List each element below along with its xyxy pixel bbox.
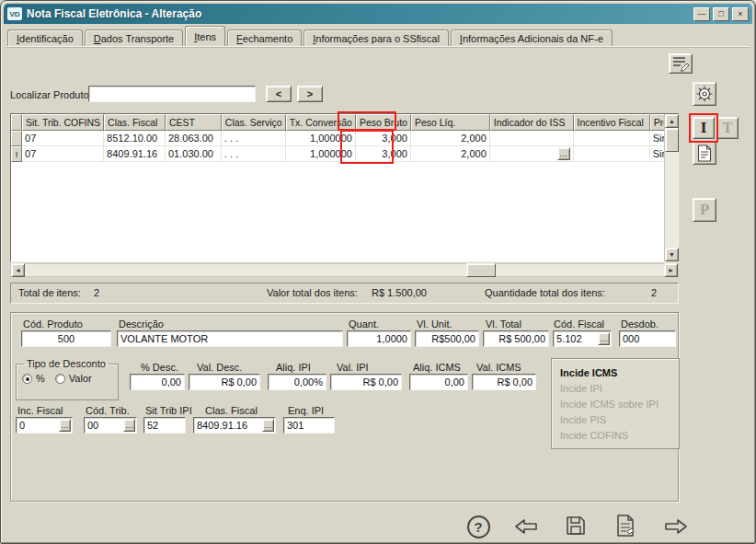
p-button: P xyxy=(693,198,716,222)
grid-column-header[interactable]: Clas. Serviço xyxy=(222,114,286,131)
aliq-ipi-label: Aliq. IPI xyxy=(276,362,311,373)
vertical-scrollbar[interactable]: ▲ ▼ xyxy=(664,114,678,261)
desdob-input[interactable] xyxy=(619,330,676,347)
incide-box: Incide ICMSIncide IPIIncide ICMS sobre I… xyxy=(551,358,680,449)
total-value-label: Valor total dos itens: xyxy=(267,287,358,298)
desdob-label: Desdob. xyxy=(621,318,659,330)
grid-column-header[interactable]: Incentivo Fiscal xyxy=(574,114,650,131)
scroll-down-icon[interactable]: ▼ xyxy=(665,248,679,261)
close-button[interactable]: × xyxy=(732,7,749,21)
horizontal-scrollbar[interactable]: ◄ ► xyxy=(10,263,679,277)
tab-informa-es-para-o-ssfiscal[interactable]: Informações para o SSfiscal xyxy=(304,29,449,47)
grid-column-header[interactable]: CEST xyxy=(166,114,222,131)
vertical-scroll-thumb[interactable] xyxy=(665,128,679,152)
grid-column-header[interactable]: Indicador do ISS xyxy=(490,114,574,131)
val-ipi-label: Val. IPI xyxy=(337,362,369,373)
vl-total-input[interactable] xyxy=(483,330,549,347)
grid-column-header[interactable]: Peso Líq. xyxy=(411,114,490,131)
maximize-button[interactable]: □ xyxy=(713,7,729,21)
incide-item: Incide ICMS xyxy=(560,365,670,381)
incide-item: Incide IPI xyxy=(560,381,670,397)
aliq-ipi-input[interactable] xyxy=(268,374,326,390)
radio-valor[interactable]: Valor xyxy=(55,373,92,384)
incide-item: Incide PIS xyxy=(560,412,670,428)
search-input[interactable] xyxy=(88,86,256,102)
document-preview-button[interactable] xyxy=(693,141,716,165)
quant-input[interactable] xyxy=(347,330,411,347)
save-button[interactable] xyxy=(563,513,589,538)
grid-cell[interactable]: . . . xyxy=(222,146,286,162)
vl-unit-input[interactable] xyxy=(415,330,479,347)
prev-item-button[interactable]: < xyxy=(266,86,292,102)
tab-identifica-o[interactable]: Identificação xyxy=(7,29,83,47)
highlight-peso-bruto-values xyxy=(340,130,394,164)
title-bar[interactable]: VD Nota Fiscal Eletrônica - Alteração — … xyxy=(4,4,752,24)
minimize-button[interactable]: — xyxy=(693,7,710,21)
document-icon xyxy=(697,145,712,162)
val-icms-label: Val. ICMS xyxy=(476,362,521,373)
grid-cell[interactable] xyxy=(574,146,650,162)
grid-cell[interactable]: . . . xyxy=(222,131,286,146)
tab-dados-transporte[interactable]: Dados Transporte xyxy=(85,29,183,47)
next-button[interactable] xyxy=(662,515,690,538)
horizontal-scroll-thumb[interactable] xyxy=(466,263,496,277)
grid-cell[interactable]: 8409.91.16 xyxy=(104,146,166,162)
enq-ipi-label: Enq. IPI xyxy=(288,405,324,416)
cod-produto-input[interactable] xyxy=(21,330,111,347)
val-ipi-input[interactable] xyxy=(330,374,402,390)
aliq-icms-input[interactable] xyxy=(409,374,468,390)
cod-fiscal-combo[interactable]: … xyxy=(553,330,612,347)
scroll-right-icon[interactable]: ► xyxy=(664,263,678,277)
help-button[interactable]: ? xyxy=(465,514,491,539)
grid-cell[interactable]: 01.030.00 xyxy=(166,146,222,162)
save-icon xyxy=(564,514,588,538)
grid-cell[interactable]: 07 xyxy=(22,131,104,146)
memo-icon xyxy=(671,55,690,72)
cell-ellipsis-button[interactable]: … xyxy=(557,147,570,160)
radio-valor-dot[interactable] xyxy=(55,374,65,384)
arrow-left-icon xyxy=(513,515,539,538)
cod-trib-lookup-button[interactable]: … xyxy=(123,419,135,432)
grid-cell[interactable]: … xyxy=(490,146,574,162)
grid-column-header[interactable]: Sit. Trib. COFINS xyxy=(22,114,104,131)
clas-fiscal-combo[interactable]: … xyxy=(193,417,276,434)
tab-bar: IdentificaçãoDados TransporteItensFecham… xyxy=(7,28,750,47)
highlight-i-button xyxy=(689,113,718,143)
settings-button[interactable] xyxy=(693,82,716,106)
radio-percent-dot[interactable] xyxy=(22,374,32,384)
previous-button[interactable] xyxy=(512,515,540,538)
descricao-input[interactable] xyxy=(117,330,343,347)
grid-cell[interactable]: 2,000 xyxy=(411,146,490,162)
print-document-button[interactable] xyxy=(613,513,638,538)
incide-item: Incide COFINS xyxy=(560,428,670,444)
tab-itens[interactable]: Itens xyxy=(185,26,225,47)
inc-fiscal-combo[interactable]: … xyxy=(16,417,73,434)
tab-fechamento[interactable]: Fechamento xyxy=(227,29,302,47)
grid-cell[interactable] xyxy=(574,131,650,146)
scroll-left-icon[interactable]: ◄ xyxy=(11,263,25,277)
grid-cell[interactable]: 8512.10.00 xyxy=(104,131,166,146)
grid-cell[interactable]: 07 xyxy=(22,146,104,162)
perc-desc-input[interactable] xyxy=(130,374,185,390)
inc-fiscal-lookup-button[interactable]: … xyxy=(59,419,71,432)
sit-trib-ipi-input[interactable] xyxy=(143,417,186,434)
cod-trib-label: Cód. Trib. xyxy=(86,405,130,416)
cod-fiscal-lookup-button[interactable]: … xyxy=(598,332,610,345)
scroll-up-icon[interactable]: ▲ xyxy=(665,114,679,128)
val-desc-input[interactable] xyxy=(189,374,260,390)
val-icms-input[interactable] xyxy=(472,374,536,390)
incide-item: Incide ICMS sobre IPI xyxy=(560,397,670,412)
tab-informa-es-adicionais-da-nf-e[interactable]: Informações Adicionais da NF-e xyxy=(451,29,613,47)
grid-cell[interactable]: 2,000 xyxy=(411,131,490,146)
cod-trib-combo[interactable]: … xyxy=(84,417,137,434)
total-items-label: Total de itens: xyxy=(18,287,81,298)
memo-button[interactable] xyxy=(669,53,693,74)
grid-column-header[interactable]: Clas. Fiscal xyxy=(104,114,166,131)
enq-ipi-input[interactable] xyxy=(283,417,335,434)
grid-indicator-header[interactable] xyxy=(11,114,22,131)
clas-fiscal-lookup-button[interactable]: … xyxy=(262,419,274,432)
radio-percent[interactable]: % xyxy=(22,373,45,384)
grid-cell[interactable] xyxy=(490,131,574,146)
next-item-button[interactable]: > xyxy=(297,86,323,102)
grid-cell[interactable]: 28.063.00 xyxy=(166,131,222,146)
